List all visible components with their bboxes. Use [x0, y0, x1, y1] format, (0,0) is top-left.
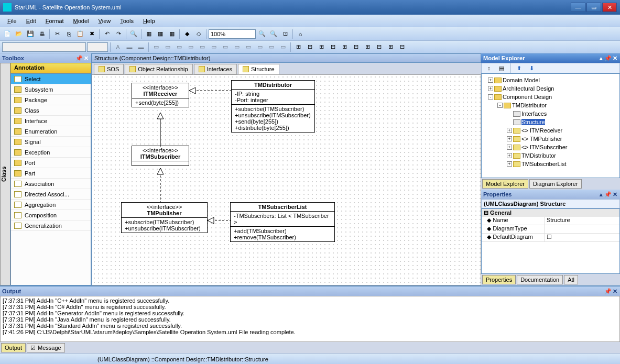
explorer-menu-icon[interactable]: ▴: [598, 55, 604, 61]
save-button[interactable]: 💾: [25, 29, 36, 39]
zoom-input[interactable]: [209, 29, 256, 39]
props-pin-icon[interactable]: 📌: [605, 191, 611, 197]
diagram-canvas[interactable]: <<interface>>ITMReceiver +send(byte[255]…: [92, 74, 481, 285]
tool1-button[interactable]: ▦: [144, 29, 154, 39]
tree-node[interactable]: + <> ITMReceiver: [484, 126, 617, 135]
delete-button[interactable]: ✖: [86, 29, 97, 39]
layout2[interactable]: ⊟: [304, 42, 315, 52]
align3[interactable]: ▭: [174, 42, 184, 52]
font-combo[interactable]: [2, 42, 86, 52]
tool2-button[interactable]: ▦: [155, 29, 166, 39]
tab-model-explorer[interactable]: Model Explorer: [482, 179, 528, 189]
toolbox-item-interface[interactable]: Interface: [11, 116, 91, 126]
tool4-button[interactable]: ◆: [182, 29, 192, 39]
toolbox-item-exception[interactable]: Exception: [11, 147, 91, 158]
tab-atl[interactable]: Atl: [564, 275, 578, 284]
toolbox-item-generalization[interactable]: Generalization: [11, 220, 91, 231]
zoom-in-button[interactable]: 🔍: [257, 29, 267, 39]
uml-tmpublisher[interactable]: <<interface>>TMPublisher +subscribe(ITMS…: [121, 202, 208, 233]
menu-format[interactable]: Format: [41, 17, 68, 25]
uml-itmsubscriber[interactable]: <<interface>>ITMSubscriber: [132, 146, 189, 166]
tree-node[interactable]: + Domain Model: [484, 76, 617, 84]
tree-node[interactable]: + Architectural Design: [484, 84, 617, 93]
output-pin-icon[interactable]: 📌: [605, 288, 611, 294]
annotation-header[interactable]: Annotation: [10, 63, 91, 73]
uml-tmsubscriberlist[interactable]: TMSubscriberList -TMSubscribers: List < …: [230, 202, 335, 242]
align11[interactable]: ▭: [266, 42, 277, 52]
tab-output[interactable]: Output: [1, 343, 26, 352]
new-button[interactable]: 📄: [2, 29, 13, 39]
property-row[interactable]: ◆ DiagramType: [482, 225, 619, 234]
align1[interactable]: ▭: [151, 42, 161, 52]
layout9[interactable]: ⊞: [385, 42, 396, 52]
open-button[interactable]: 📂: [14, 29, 24, 39]
props-close-icon[interactable]: ✕: [612, 191, 618, 197]
toolbox-item-select[interactable]: Select: [11, 74, 91, 84]
paste-button[interactable]: 📋: [75, 29, 85, 39]
minimize-button[interactable]: —: [571, 3, 585, 12]
menu-tools[interactable]: Tools: [116, 17, 138, 25]
maximize-button[interactable]: ▭: [586, 3, 601, 12]
layout7[interactable]: ⊞: [362, 42, 373, 52]
align2[interactable]: ▭: [162, 42, 173, 52]
tab-message[interactable]: ☑ Message: [27, 343, 65, 352]
align4[interactable]: ▭: [186, 42, 196, 52]
zoom-out-button[interactable]: 🔍: [268, 29, 279, 39]
uml-itmreceiver[interactable]: <<interface>>ITMReceiver +send(byte[255]…: [132, 83, 189, 107]
tool3-button[interactable]: ▦: [167, 29, 177, 39]
toolbox-item-association[interactable]: Association: [11, 179, 91, 189]
size-combo[interactable]: [87, 42, 108, 52]
zoom-fit-button[interactable]: ⊡: [280, 29, 290, 39]
toolbox-item-class[interactable]: Class: [11, 105, 91, 116]
print-button[interactable]: 🖶: [37, 29, 47, 39]
properties-grid[interactable]: ⊟ General ◆ NameStructure ◆ DiagramType …: [481, 208, 620, 274]
color-button[interactable]: A: [113, 42, 123, 52]
explorer-pin-icon[interactable]: 📌: [605, 55, 611, 61]
tab-diagram-explorer[interactable]: Diagram Explorer: [529, 179, 582, 189]
toolbox-item-aggregation[interactable]: Aggregation: [11, 200, 91, 210]
tree-up-icon[interactable]: ⬆: [514, 63, 524, 73]
diagram-tab-object-relationship[interactable]: Object Relationship: [125, 64, 192, 74]
tree-node[interactable]: + TMDistributor: [484, 151, 617, 160]
tree-node[interactable]: + <> TMPublisher: [484, 135, 617, 143]
layout1[interactable]: ⊞: [293, 42, 303, 52]
menu-file[interactable]: File: [3, 17, 21, 25]
align8[interactable]: ▭: [232, 42, 242, 52]
toolbox-item-enumeration[interactable]: Enumeration: [11, 126, 91, 137]
props-menu-icon[interactable]: ▴: [598, 191, 604, 197]
tab-properties[interactable]: Properties: [482, 275, 516, 284]
toolbox-item-composition[interactable]: Composition: [11, 210, 91, 220]
tree-down-icon[interactable]: ⬇: [526, 63, 537, 73]
tree-node[interactable]: + TMSubscriberList: [484, 160, 617, 168]
home-button[interactable]: ⌂: [295, 29, 306, 39]
toolbox-item-directed-associ-[interactable]: Directed Associ...: [11, 189, 91, 200]
cut-button[interactable]: ✂: [52, 29, 62, 39]
align7[interactable]: ▭: [220, 42, 231, 52]
diagram-tab-interfaces[interactable]: Interfaces: [194, 64, 237, 74]
menu-model[interactable]: Model: [69, 17, 93, 25]
toolbox-pin-icon[interactable]: 📌: [76, 55, 82, 61]
class-category-tab[interactable]: Class: [0, 63, 10, 285]
model-tree[interactable]: + Domain Model+ Architectural Design- Co…: [481, 73, 620, 178]
toolbox-item-package[interactable]: Package: [11, 95, 91, 105]
layout8[interactable]: ⊟: [374, 42, 384, 52]
toolbox-item-signal[interactable]: Signal: [11, 137, 91, 147]
layout3[interactable]: ⊞: [316, 42, 327, 52]
layout10[interactable]: ⊟: [397, 42, 407, 52]
tree-node[interactable]: Structure: [484, 118, 617, 126]
align12[interactable]: ▭: [278, 42, 288, 52]
property-row[interactable]: ◆ NameStructure: [482, 217, 619, 225]
uml-tmdistributor[interactable]: TMDistributor -IP: string -Port: integer…: [231, 80, 315, 133]
find-button[interactable]: 🔍: [128, 29, 139, 39]
diagram-tab-structure[interactable]: Structure: [238, 64, 279, 74]
explorer-close-icon[interactable]: ✕: [612, 55, 618, 61]
layout4[interactable]: ⊟: [328, 42, 338, 52]
tool5-button[interactable]: ◇: [193, 29, 204, 39]
toolbox-item-port[interactable]: Port: [11, 158, 91, 168]
layout5[interactable]: ⊞: [339, 42, 350, 52]
tree-node[interactable]: - Component Design: [484, 93, 617, 101]
toolbox-item-part[interactable]: Part: [11, 168, 91, 179]
align5[interactable]: ▭: [197, 42, 208, 52]
undo-button[interactable]: ↶: [102, 29, 112, 39]
align6[interactable]: ▭: [209, 42, 219, 52]
